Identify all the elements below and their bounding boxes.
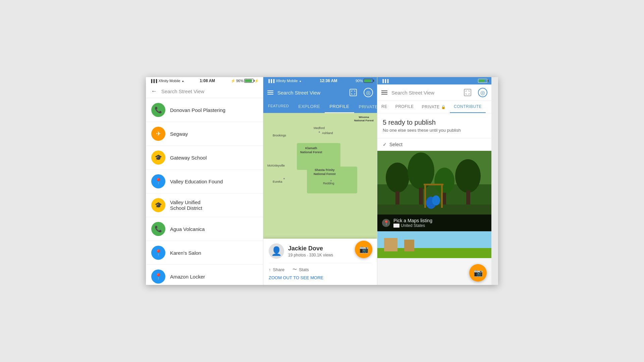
item-label: Valley Education Found [170, 179, 223, 184]
item-label: Agua Volcanica [170, 226, 205, 232]
list-item[interactable]: 📞 Donovan Pool Plastering [146, 98, 263, 122]
signal-icon-3: ▐▐▐ [381, 79, 388, 83]
item-icon-school: 🎓 [151, 150, 165, 165]
search-input-3[interactable]: Search Street View [391, 90, 460, 96]
publish-subtitle: No one else sees these until you publish [383, 128, 486, 133]
city-dot-eureka [283, 178, 285, 179]
location-title: Pick a Maps listing [393, 218, 432, 223]
list-item[interactable]: 🎓 Valley UnifiedSchool District [146, 193, 263, 217]
profile-name: Jackie Dove [288, 245, 333, 252]
share-button[interactable]: ↑ Share [269, 266, 284, 273]
time-display-2: 12:36 AM [320, 78, 337, 83]
tab-private-3[interactable]: PRIVATE 🔒 [418, 101, 450, 113]
tab-profile-3[interactable]: PROFILE [391, 101, 418, 113]
share-icon: ↑ [269, 267, 271, 272]
item-icon-location2: 📍 [151, 246, 165, 260]
map-label-shasta: Shasta-TrinityNational Forest [314, 168, 336, 176]
map-label-mckinleyville: McKinleyville [267, 164, 285, 168]
stats-button[interactable]: 〜 Stats [292, 266, 309, 273]
camera-fab-3[interactable]: 📷 [469, 264, 487, 282]
svg-rect-11 [424, 184, 426, 208]
location-target-icon-2[interactable] [364, 88, 373, 97]
plane-icon: ✈ [156, 130, 161, 137]
photo-preview-area[interactable]: 📍 Pick a Maps listing United States [377, 151, 491, 285]
battery-icon-3 [478, 79, 487, 83]
wifi-icon: ⬥ [182, 79, 184, 83]
tab-contribute-3[interactable]: CONTRIBUTE [450, 101, 486, 113]
tab-explore-2[interactable]: EXPLORE [293, 101, 325, 113]
zoom-out-button[interactable]: ZOOM OUT TO SEE MORE [269, 275, 372, 280]
map-label-brookings: Brookings [273, 134, 286, 138]
stats-label: Stats [299, 267, 309, 272]
location-country: United States [393, 223, 432, 228]
wifi-icon-2: ⬥ [299, 79, 302, 83]
item-label: Amazon Locker [170, 274, 205, 280]
list-item[interactable]: 📞 Agua Volcanica [146, 217, 263, 241]
select-row: ✓ Select [377, 138, 491, 151]
camera-icon-3: 📷 [474, 268, 483, 277]
share-label: Share [273, 267, 285, 272]
svg-point-15 [432, 195, 440, 205]
phone-icon-2: 📞 [155, 225, 162, 233]
view-count: 330.1K views [309, 253, 333, 257]
phone-icon: 📞 [155, 106, 162, 114]
item-label-valley: Valley UnifiedSchool District [170, 199, 202, 211]
search-input-2[interactable]: Search Street View [277, 90, 345, 96]
map-view[interactable]: WinemaNational Forest Medford Brookings … [263, 113, 377, 285]
list-item[interactable]: 🎓 Gateway School [146, 146, 263, 170]
battery-percent-1: 96% [236, 79, 244, 83]
battery-icon-1 [244, 79, 254, 83]
expand-icon-3[interactable] [464, 89, 471, 96]
panorama-photo-2[interactable] [377, 231, 491, 258]
tab-featured-3[interactable]: RE [377, 101, 391, 113]
item-label: Karen's Salon [170, 250, 201, 256]
profile-stats: 19 photos · 330.1K views [288, 253, 333, 257]
item-label-gateway: Gateway School [170, 155, 207, 161]
location-target-icon-3[interactable] [478, 88, 487, 97]
item-icon-phone: 📞 [151, 103, 165, 117]
camera-icon-2: 📷 [359, 245, 368, 254]
city-dot [319, 131, 320, 133]
select-label[interactable]: Select [389, 142, 402, 147]
lock-icon-3: 🔒 [441, 105, 446, 109]
tab-profile-2[interactable]: PROFILE [325, 101, 354, 113]
tabs-panel-2: FEATURED EXPLORE PROFILE PRIVATE 🔒 [263, 101, 377, 113]
svg-point-2 [386, 163, 409, 193]
search-bar-2: Search Street View [263, 84, 377, 101]
panel-street-view-list: ▐▐▐ Xfinity Mobile ⬥ 1:08 AM ⚡ 96% ⚡ ← S… [146, 77, 263, 285]
signal-icon: ▐▐▐ [150, 79, 157, 83]
camera-fab-2[interactable]: 📷 [355, 241, 372, 258]
svg-rect-18 [384, 238, 397, 251]
tabs-panel-3: RE PROFILE PRIVATE 🔒 CONTRIBUTE [377, 101, 491, 113]
menu-button-3[interactable] [381, 90, 387, 95]
item-label: Donovan Pool Plastering [170, 107, 225, 113]
contribute-content: 5 ready to publish No one else sees thes… [377, 113, 491, 285]
profile-info: Jackie Dove 19 photos · 330.1K views [288, 245, 333, 257]
list-item[interactable]: 📍 Amazon Locker [146, 265, 263, 285]
item-label: Segway [170, 131, 188, 137]
map-label-klamath: KlamathNational Forest [300, 146, 322, 154]
search-bar-1: ← Search Street View [146, 84, 263, 98]
expand-icon-2[interactable] [350, 89, 357, 96]
search-input-1[interactable]: Search Street View [161, 88, 258, 94]
panorama-photo-1: 📍 Pick a Maps listing United States [377, 151, 491, 231]
menu-button-2[interactable] [267, 90, 273, 95]
charging-icon: ⚡ [254, 79, 259, 83]
back-button-1[interactable]: ← [151, 88, 157, 95]
map-label-medford: Medford [314, 126, 325, 130]
battery-icon-2 [364, 79, 373, 83]
tab-featured-2[interactable]: FEATURED [263, 101, 293, 113]
list-item[interactable]: 📍 Karen's Salon [146, 241, 263, 265]
status-bar-1: ▐▐▐ Xfinity Mobile ⬥ 1:08 AM ⚡ 96% ⚡ [146, 77, 263, 84]
list-item[interactable]: ✈ Segway [146, 122, 263, 146]
map-label-eureka: Eureka [273, 180, 282, 184]
status-right-2: 90% [356, 79, 373, 83]
svg-rect-19 [404, 240, 414, 251]
list-item[interactable]: 📍 Valley Education Found [146, 170, 263, 193]
school-icon-2: 🎓 [155, 201, 162, 209]
location-overlay[interactable]: 📍 Pick a Maps listing United States [377, 215, 491, 231]
status-bar-3: ▐▐▐ [377, 77, 491, 84]
location-info: Pick a Maps listing United States [393, 218, 432, 228]
avatar-icon: 👤 [271, 246, 282, 256]
publish-header: 5 ready to publish No one else sees thes… [377, 113, 491, 138]
